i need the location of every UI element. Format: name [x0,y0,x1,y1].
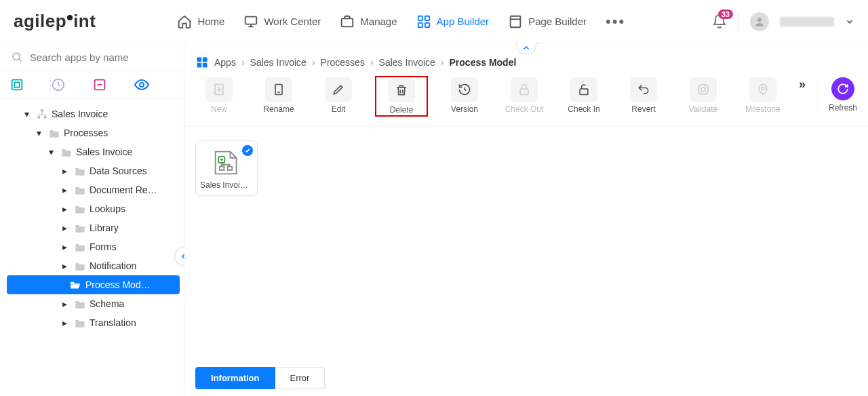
apps-grid-icon[interactable] [195,56,209,69]
tree-library[interactable]: ▸Library [0,218,184,237]
tool-rename[interactable]: Rename [255,77,302,114]
tab-information[interactable]: Information [195,367,275,389]
tool-edit[interactable]: Edit [315,77,362,114]
notification-badge: 33 [718,9,733,19]
tool-validate[interactable]: Validate [679,77,727,114]
svg-rect-9 [12,80,22,90]
home-icon [177,14,192,29]
brand-logo: agilepint [14,11,96,32]
tree-document-repository[interactable]: ▸Document Re… [0,180,184,199]
svg-point-7 [757,18,762,22]
tool-checkout[interactable]: Check Out [500,77,548,114]
tree-notification[interactable]: ▸Notification [0,256,184,275]
svg-rect-15 [37,116,40,118]
svg-rect-22 [275,85,282,95]
tree-label: Sales Invoice [52,108,108,119]
tree-sales-invoice[interactable]: ▾ Sales Invoice [0,142,184,161]
user-name [780,17,834,26]
page-icon [508,14,523,29]
notifications-button[interactable]: 33 [711,14,728,30]
tree-translation[interactable]: ▸Translation [0,313,184,332]
svg-rect-1 [342,18,353,26]
refresh-button[interactable]: Refresh [829,77,857,113]
svg-rect-23 [520,89,528,94]
sitemap-icon [37,108,47,119]
crumb-processes[interactable]: Processes [321,57,365,68]
nav-label: Manage [360,16,397,27]
grid-icon [416,14,431,29]
crumb-process-model: Process Model [450,57,517,68]
tree-schema[interactable]: ▸Schema [0,294,184,313]
tool-milestone[interactable]: Milestone [739,77,787,114]
user-menu-toggle[interactable] [845,17,854,26]
folder-icon [75,204,85,214]
validate-icon [696,83,710,96]
revert-icon [637,83,650,96]
nav-page-builder[interactable]: Page Builder [508,14,587,29]
nav-more[interactable]: ••• [606,13,625,31]
view-diagram-icon[interactable] [9,77,50,92]
minus-box-icon[interactable] [92,77,133,92]
search-input[interactable] [30,52,173,63]
avatar[interactable] [750,12,769,31]
tree-processes[interactable]: ▾ Processes [0,123,184,142]
nav-app-builder[interactable]: App Builder [416,14,490,29]
folder-icon [61,147,72,157]
tool-revert[interactable]: Revert [620,77,667,114]
tool-checkin[interactable]: Check In [560,77,608,114]
folder-icon [75,185,85,195]
svg-point-13 [140,83,144,87]
edit-icon [332,83,345,96]
crumb-apps[interactable]: Apps [214,57,236,68]
nav-work-center[interactable]: Work Center [243,14,321,29]
trash-icon [395,83,408,97]
clock-icon[interactable] [51,77,92,92]
card-label: Sales Invoi… [200,180,253,190]
eye-icon[interactable] [134,77,174,93]
new-icon [212,83,226,96]
tree-label: Sales Invoice [76,146,132,157]
svg-point-25 [698,85,709,95]
tree-label: Processes [64,127,108,138]
toolbar-more[interactable]: » [799,77,803,92]
briefcase-icon [340,14,355,29]
lock-icon [517,83,531,96]
tree-process-model[interactable]: Process Mod… [7,275,180,294]
folder-icon [49,128,60,138]
selected-check-icon [242,145,253,156]
process-model-card[interactable]: Sales Invoi… [195,140,258,196]
monitor-icon [243,14,258,29]
crumb-sales-invoice[interactable]: Sales Invoice [250,57,307,68]
svg-rect-6 [511,16,521,27]
milestone-icon [756,83,770,96]
tool-new[interactable]: New [195,77,243,114]
process-model-icon [212,149,241,176]
tab-error[interactable]: Error [275,367,326,389]
svg-rect-24 [580,89,588,94]
folder-icon [75,299,85,309]
crumb-sales-invoice-2[interactable]: Sales Invoice [379,57,435,68]
tree-forms[interactable]: ▸Forms [0,237,184,256]
nav-manage[interactable]: Manage [340,14,397,29]
rename-icon [272,83,285,96]
svg-point-26 [701,87,706,92]
svg-rect-4 [418,22,422,26]
folder-icon [75,318,85,328]
nav-label: Page Builder [528,16,587,27]
svg-point-8 [13,53,20,60]
tool-delete[interactable]: Delete [374,76,429,117]
svg-rect-29 [220,166,224,170]
svg-rect-10 [14,82,19,87]
tree-data-sources[interactable]: ▸Data Sources [0,161,184,180]
user-icon [753,16,766,28]
nav-label: Work Center [264,16,321,27]
tree-app-root[interactable]: ▾ Sales Invoice [0,104,184,123]
svg-rect-18 [203,58,208,62]
nav-home[interactable]: Home [177,14,224,29]
svg-rect-3 [425,16,429,20]
nav-label: Home [197,16,224,27]
tool-version[interactable]: Version [441,77,488,114]
folder-icon [75,166,85,176]
tree-lookups[interactable]: ▸Lookups [0,199,184,218]
svg-rect-20 [203,63,208,68]
